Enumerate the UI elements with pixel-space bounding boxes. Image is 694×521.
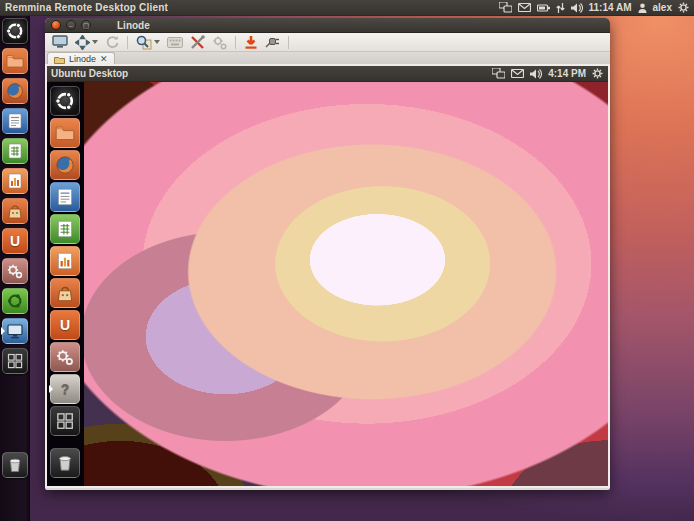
remote-screens-icon[interactable] xyxy=(492,68,505,79)
connection-tab-linode[interactable]: Linode ✕ xyxy=(47,52,115,65)
mail-envelope-icon[interactable] xyxy=(511,69,524,78)
host-top-panel: Remmina Remote Desktop Client 11:14 AM a… xyxy=(0,0,694,16)
remote-home-folder-icon[interactable] xyxy=(50,118,80,148)
remote-wallpaper xyxy=(84,82,608,486)
running-indicator-arrow xyxy=(1,327,5,335)
remote-trash-icon[interactable] xyxy=(50,448,80,478)
tools-icon[interactable] xyxy=(189,34,206,51)
libreoffice-impress-icon[interactable] xyxy=(2,168,28,194)
remote-ubuntu-one-icon[interactable]: U xyxy=(50,310,80,340)
window-maximize-button[interactable]: ▢ xyxy=(81,20,91,30)
fullscreen-icon[interactable] xyxy=(51,34,69,51)
libreoffice-writer-icon[interactable] xyxy=(2,108,28,134)
toolbar-separator xyxy=(288,36,289,49)
battery-icon[interactable] xyxy=(537,4,550,12)
toolbar-separator xyxy=(235,36,236,49)
fit-window-caret-icon[interactable] xyxy=(92,40,98,44)
fit-window-icon[interactable] xyxy=(74,34,99,51)
username-menu[interactable]: alex xyxy=(653,2,672,13)
running-indicator-arrow xyxy=(49,385,53,393)
host-clock[interactable]: 11:14 AM xyxy=(589,2,632,13)
workspace-switcher-icon[interactable] xyxy=(2,348,28,374)
network-arrows-icon[interactable] xyxy=(556,3,565,13)
toolbar-separator xyxy=(127,36,128,49)
software-center-icon[interactable] xyxy=(2,198,28,224)
disconnect-plug-icon[interactable] xyxy=(264,34,281,51)
remote-firefox-icon[interactable] xyxy=(50,150,80,180)
zoom-caret-icon[interactable] xyxy=(154,40,160,44)
firefox-icon[interactable] xyxy=(2,78,28,104)
ubuntu-one-icon[interactable]: U xyxy=(2,228,28,254)
remmina-titlebar[interactable]: – ▢ Linode xyxy=(45,18,610,33)
session-gear-icon[interactable] xyxy=(592,68,603,79)
session-gear-icon[interactable] xyxy=(678,2,689,13)
ubuntu-green-app-icon[interactable] xyxy=(2,288,28,314)
tab-folder-icon xyxy=(54,55,65,64)
remote-launcher: U ? xyxy=(47,82,84,486)
remote-libreoffice-impress-icon[interactable] xyxy=(50,246,80,276)
window-close-button[interactable] xyxy=(51,20,61,30)
remote-indicator-tray: 4:14 PM xyxy=(492,68,608,79)
trash-icon[interactable] xyxy=(2,452,28,478)
sftp-download-icon[interactable] xyxy=(243,34,259,51)
remmina-tabbar: Linode ✕ xyxy=(45,52,610,66)
dash-home-button[interactable] xyxy=(2,18,28,44)
system-settings-icon[interactable] xyxy=(2,258,28,284)
host-indicator-tray: 11:14 AM alex xyxy=(499,2,694,13)
gears-icon-disabled xyxy=(211,34,228,51)
remote-desktop-viewport[interactable]: Ubuntu Desktop 4:14 PM xyxy=(47,66,608,486)
volume-icon[interactable] xyxy=(530,69,542,79)
tab-label: Linode xyxy=(69,54,96,64)
volume-icon[interactable] xyxy=(571,3,583,13)
remmina-window: – ▢ Linode Linode ✕ xyxy=(45,18,610,490)
home-folder-icon[interactable] xyxy=(2,48,28,74)
remote-workspace-switcher-icon[interactable] xyxy=(50,406,80,436)
tab-close-icon[interactable]: ✕ xyxy=(100,54,108,64)
zoom-icon[interactable] xyxy=(135,34,161,51)
remote-active-window-title: Ubuntu Desktop xyxy=(47,68,128,79)
window-title: Linode xyxy=(117,20,150,31)
remote-libreoffice-calc-icon[interactable] xyxy=(50,214,80,244)
mail-envelope-icon[interactable] xyxy=(518,3,531,12)
active-window-title: Remmina Remote Desktop Client xyxy=(0,2,168,13)
remote-clock[interactable]: 4:14 PM xyxy=(548,68,586,79)
remote-screens-icon[interactable] xyxy=(499,2,512,13)
host-launcher: U xyxy=(0,16,30,521)
remote-top-panel: Ubuntu Desktop 4:14 PM xyxy=(47,66,608,82)
remmina-launcher-icon[interactable] xyxy=(2,318,28,344)
remote-unknown-app-icon[interactable]: ? xyxy=(50,374,80,404)
remote-libreoffice-writer-icon[interactable] xyxy=(50,182,80,212)
remote-system-settings-icon[interactable] xyxy=(50,342,80,372)
remote-dash-home-button[interactable] xyxy=(50,86,80,116)
keyboard-icon-disabled xyxy=(166,34,184,51)
refresh-icon-disabled xyxy=(104,34,120,51)
remmina-toolbar xyxy=(45,33,610,52)
user-icon[interactable] xyxy=(638,3,647,13)
window-minimize-button[interactable]: – xyxy=(66,20,76,30)
host-desktop: Remmina Remote Desktop Client 11:14 AM a… xyxy=(0,0,694,521)
libreoffice-calc-icon[interactable] xyxy=(2,138,28,164)
remote-software-center-icon[interactable] xyxy=(50,278,80,308)
